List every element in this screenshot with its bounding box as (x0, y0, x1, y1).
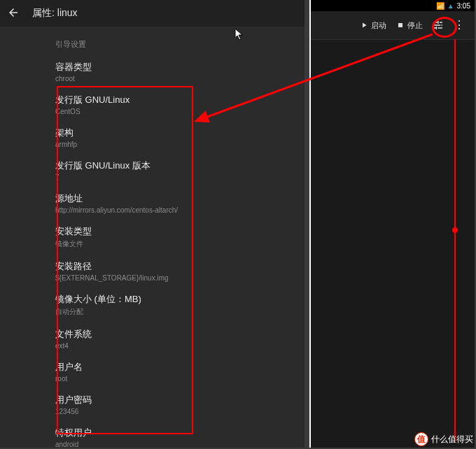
setting-value: 7 (55, 173, 304, 181)
setting-title: 文件系统 (55, 328, 304, 341)
more-vert-icon: ⋮ (454, 19, 465, 31)
more-button[interactable]: ⋮ (451, 20, 468, 31)
setting-container-type[interactable]: 容器类型 chroot (38, 55, 304, 88)
signal-icon: 📶 (436, 2, 444, 10)
setting-value: root (55, 375, 304, 383)
console-area (311, 39, 475, 448)
watermark-badge: 值 (414, 432, 428, 446)
setting-value: ext4 (55, 342, 304, 350)
sliders-icon (433, 20, 444, 31)
setting-image-size[interactable]: 镜像大小 (单位：MB) 自动分配 (38, 287, 304, 322)
setting-value: CentOS (55, 108, 304, 115)
setting-title: 安装路径 (55, 260, 304, 273)
stop-button[interactable]: 停止 (393, 17, 426, 34)
setting-title: 发行版 GNU/Linux (55, 94, 304, 106)
setting-value: armhfp (55, 141, 304, 148)
status-time: 3:05 (457, 2, 470, 10)
play-icon (360, 21, 368, 29)
properties-panel: 属性: linux 引导设置 容器类型 chroot 发行版 GNU/Linux… (0, 0, 304, 448)
status-bar: 📶 ▲ 3:05 (311, 0, 475, 11)
setting-password[interactable]: 用户密码 123456 (38, 388, 304, 421)
setting-value: 镜像文件 (55, 239, 304, 249)
setting-install-path[interactable]: 安装路径 ${EXTERNAL_STORAGE}/linux.img (38, 255, 304, 287)
setting-username[interactable]: 用户名 root (38, 355, 304, 388)
panel-title: 属性: linux (32, 7, 78, 20)
network-icon: ▲ (447, 2, 454, 10)
setting-value: http://mirrors.aliyun.com/centos-altarch… (55, 206, 304, 214)
runtime-panel: 📶 ▲ 3:05 启动 停止 ⋮ (309, 0, 475, 448)
settings-button[interactable] (430, 17, 447, 34)
setting-source-url[interactable]: 源地址 http://mirrors.aliyun.com/centos-alt… (38, 187, 304, 220)
setting-distribution[interactable]: 发行版 GNU/Linux CentOS (38, 88, 304, 121)
watermark-text: 什么值得买 (431, 434, 473, 446)
stop-icon (396, 21, 405, 29)
setting-privileged-user[interactable]: 特权用户 android (38, 421, 304, 448)
setting-title: 镜像大小 (单位：MB) (55, 293, 304, 306)
toolbar: 启动 停止 ⋮ (311, 11, 475, 39)
panel-header: 属性: linux (0, 0, 304, 27)
setting-install-type[interactable]: 安装类型 镜像文件 (38, 220, 304, 255)
watermark: 值 什么值得买 (414, 432, 473, 446)
setting-value: ${EXTERNAL_STORAGE}/linux.img (55, 274, 304, 282)
setting-value: 自动分配 (55, 307, 304, 317)
back-icon[interactable] (7, 6, 20, 21)
setting-title: 架构 (55, 127, 304, 139)
start-button[interactable]: 启动 (357, 17, 389, 34)
setting-title: 用户密码 (55, 394, 304, 406)
setting-title: 源地址 (55, 192, 304, 205)
stop-label: 停止 (407, 20, 423, 31)
setting-distribution-version[interactable]: 发行版 GNU/Linux 版本 7 (38, 154, 304, 187)
start-label: 启动 (371, 20, 386, 31)
setting-title: 安装类型 (55, 225, 304, 238)
annotation-scroll-dot (452, 227, 458, 233)
panel-body: 引导设置 容器类型 chroot 发行版 GNU/Linux CentOS 架构… (0, 27, 304, 448)
setting-value: android (55, 441, 304, 448)
setting-title: 发行版 GNU/Linux 版本 (55, 159, 304, 172)
section-label: 引导设置 (55, 39, 304, 50)
setting-value: chroot (55, 75, 304, 83)
setting-architecture[interactable]: 架构 armhfp (38, 121, 304, 154)
setting-title: 特权用户 (55, 427, 304, 439)
setting-filesystem[interactable]: 文件系统 ext4 (38, 322, 304, 355)
setting-value: 123456 (55, 408, 304, 415)
setting-title: 用户名 (55, 361, 304, 373)
annotation-scroll-line (454, 39, 456, 441)
setting-title: 容器类型 (55, 61, 304, 73)
